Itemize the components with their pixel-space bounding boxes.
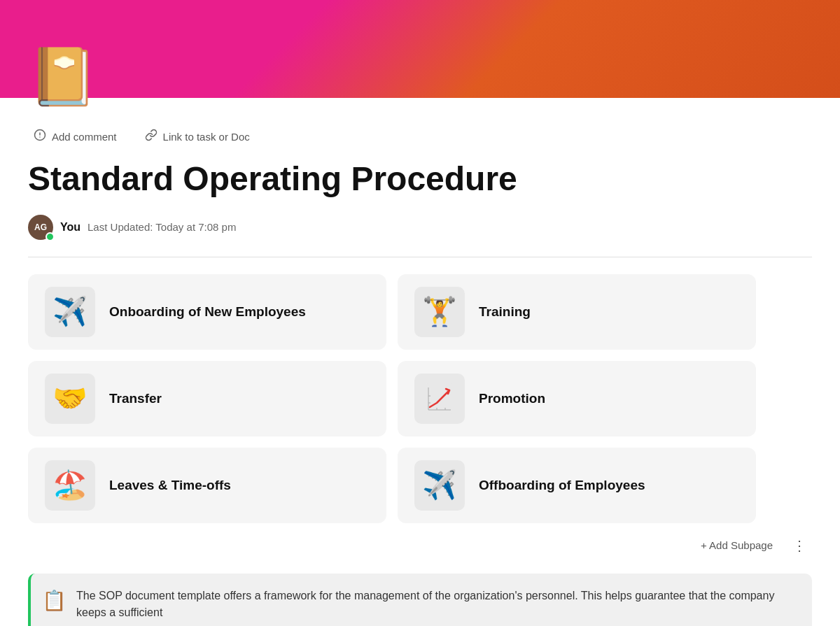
more-icon: ⋮	[792, 538, 806, 553]
avatar: AG	[28, 215, 53, 240]
more-options-button[interactable]: ⋮	[787, 534, 812, 557]
card-offboarding[interactable]: ✈️ Offboarding of Employees	[398, 448, 756, 523]
card-leaves[interactable]: 🏖️ Leaves & Time-offs	[28, 448, 386, 523]
section-divider	[28, 257, 812, 257]
card-icon-onboarding: ✈️	[45, 287, 95, 337]
link-button[interactable]: Link to task or Doc	[139, 126, 255, 147]
add-subpage-label: + Add Subpage	[701, 539, 773, 551]
add-comment-label: Add comment	[52, 131, 117, 143]
subpage-cards-grid: ✈️ Onboarding of New Employees 🏋️ Traini…	[0, 274, 784, 523]
info-box: 📋 The SOP document template offers a fra…	[28, 574, 812, 626]
card-icon-leaves: 🏖️	[45, 460, 95, 511]
card-transfer[interactable]: 🤝 Transfer	[28, 361, 386, 436]
page-title-area: Standard Operating Procedure	[0, 155, 840, 206]
add-comment-button[interactable]: Add comment	[28, 126, 122, 147]
page-title: Standard Operating Procedure	[28, 161, 812, 198]
card-label-transfer: Transfer	[109, 391, 162, 406]
avatar-initials: AG	[34, 222, 47, 232]
info-box-icon: 📋	[42, 589, 66, 612]
header-banner: 📔	[0, 0, 840, 98]
card-icon-promotion	[414, 374, 465, 424]
card-training[interactable]: 🏋️ Training	[398, 274, 756, 350]
card-onboarding[interactable]: ✈️ Onboarding of New Employees	[28, 274, 386, 350]
last-updated-label: Last Updated: Today at 7:08 pm	[88, 221, 236, 233]
card-icon-training: 🏋️	[414, 287, 465, 337]
svg-rect-3	[424, 383, 455, 414]
card-icon-transfer: 🤝	[45, 374, 95, 424]
toolbar: Add comment Link to task or Doc	[0, 109, 840, 155]
card-label-offboarding: Offboarding of Employees	[479, 478, 645, 493]
info-box-text: The SOP document template offers a frame…	[76, 588, 798, 621]
card-icon-offboarding: ✈️	[414, 460, 465, 511]
add-subpage-button[interactable]: + Add Subpage	[695, 536, 778, 554]
link-icon	[145, 129, 158, 144]
card-label-training: Training	[479, 304, 531, 320]
comment-icon	[34, 129, 46, 144]
notebook-icon: 📔	[28, 49, 98, 105]
author-name: You	[60, 221, 80, 234]
card-promotion[interactable]: Promotion	[398, 361, 756, 436]
card-label-leaves: Leaves & Time-offs	[109, 478, 231, 493]
card-label-promotion: Promotion	[479, 391, 545, 406]
author-row: AG You Last Updated: Today at 7:08 pm	[0, 206, 840, 251]
link-label: Link to task or Doc	[163, 131, 250, 143]
online-badge	[46, 232, 55, 241]
add-subpage-row: + Add Subpage ⋮	[0, 523, 840, 568]
card-label-onboarding: Onboarding of New Employees	[109, 304, 306, 320]
